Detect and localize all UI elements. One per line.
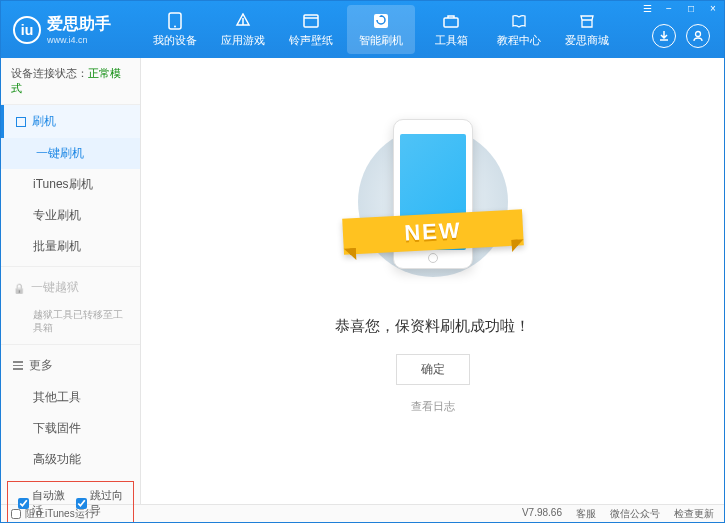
tab-apps[interactable]: 应用游戏	[209, 1, 277, 58]
maximize-icon[interactable]: □	[684, 3, 698, 14]
tab-label: 我的设备	[153, 33, 197, 48]
svg-rect-4	[444, 18, 458, 27]
profile-button[interactable]	[686, 24, 710, 48]
svg-point-5	[696, 31, 701, 36]
support-link[interactable]: 客服	[576, 507, 596, 521]
group-label: 刷机	[32, 113, 56, 130]
download-button[interactable]	[652, 24, 676, 48]
tab-label: 铃声壁纸	[289, 33, 333, 48]
tab-tutorial[interactable]: 教程中心	[485, 1, 553, 58]
version-label: V7.98.66	[522, 507, 562, 521]
connection-status: 设备连接状态：正常模式	[1, 58, 140, 105]
app-site: www.i4.cn	[47, 35, 111, 45]
checkbox-block-itunes[interactable]: 阻止iTunes运行	[11, 507, 95, 521]
hamburger-icon	[13, 361, 23, 370]
tab-my-device[interactable]: 我的设备	[141, 1, 209, 58]
sidebar-item-download-firmware[interactable]: 下载固件	[1, 413, 140, 444]
lock-icon	[13, 281, 25, 295]
group-label: 更多	[29, 357, 53, 374]
sidebar-item-pro-flash[interactable]: 专业刷机	[1, 200, 140, 231]
svg-rect-2	[304, 15, 318, 27]
tab-label: 爱思商城	[565, 33, 609, 48]
square-icon	[16, 117, 26, 127]
header-right	[652, 12, 724, 48]
toolbox-icon	[442, 12, 460, 30]
confirm-button[interactable]: 确定	[396, 354, 470, 385]
jailbreak-note: 越狱工具已转移至工具箱	[1, 304, 140, 340]
tab-flash[interactable]: 智能刷机	[347, 5, 415, 54]
sidebar-item-advanced[interactable]: 高级功能	[1, 444, 140, 475]
minimize-icon[interactable]: −	[662, 3, 676, 14]
wechat-link[interactable]: 微信公众号	[610, 507, 660, 521]
close-icon[interactable]: ×	[706, 3, 720, 14]
view-log-link[interactable]: 查看日志	[411, 399, 455, 414]
svg-point-1	[174, 25, 176, 27]
window-controls: ☰ − □ ×	[640, 3, 720, 14]
tab-toolbox[interactable]: 工具箱	[417, 1, 485, 58]
phone-icon	[166, 12, 184, 30]
app-header: ☰ − □ × iu 爱思助手 www.i4.cn 我的设备 应用游戏 铃声壁纸…	[1, 1, 724, 58]
logo-area: iu 爱思助手 www.i4.cn	[1, 14, 141, 45]
tab-shop[interactable]: 爱思商城	[553, 1, 621, 58]
wallet-icon	[302, 12, 320, 30]
refresh-icon	[372, 12, 390, 30]
sidebar-item-itunes-flash[interactable]: iTunes刷机	[1, 169, 140, 200]
tab-label: 教程中心	[497, 33, 541, 48]
tab-ringtone[interactable]: 铃声壁纸	[277, 1, 345, 58]
sidebar-group-flash[interactable]: 刷机	[1, 105, 140, 138]
logo-icon: iu	[13, 16, 41, 44]
sidebar-item-other-tools[interactable]: 其他工具	[1, 382, 140, 413]
app-name: 爱思助手	[47, 14, 111, 35]
main-content: NEW 恭喜您，保资料刷机成功啦！ 确定 查看日志	[141, 58, 724, 504]
update-link[interactable]: 检查更新	[674, 507, 714, 521]
checkbox-label: 阻止iTunes运行	[25, 507, 95, 521]
nav-tabs: 我的设备 应用游戏 铃声壁纸 智能刷机 工具箱 教程中心 爱思商城	[141, 1, 652, 58]
shop-icon	[578, 12, 596, 30]
sidebar-group-jailbreak: 一键越狱	[1, 271, 140, 304]
group-label: 一键越狱	[31, 279, 79, 296]
sidebar: 设备连接状态：正常模式 刷机 一键刷机 iTunes刷机 专业刷机 批量刷机 一…	[1, 58, 141, 504]
sidebar-group-more[interactable]: 更多	[1, 349, 140, 382]
success-message: 恭喜您，保资料刷机成功啦！	[335, 317, 530, 336]
book-icon	[510, 12, 528, 30]
sidebar-item-one-key-flash[interactable]: 一键刷机	[0, 138, 140, 169]
menu-icon[interactable]: ☰	[640, 3, 654, 14]
checkbox-input[interactable]	[11, 509, 21, 519]
sidebar-item-batch-flash[interactable]: 批量刷机	[1, 231, 140, 262]
success-illustration: NEW	[363, 119, 503, 289]
tab-label: 工具箱	[435, 33, 468, 48]
status-label: 设备连接状态：	[11, 67, 88, 79]
apps-icon	[234, 12, 252, 30]
tab-label: 智能刷机	[359, 33, 403, 48]
tab-label: 应用游戏	[221, 33, 265, 48]
